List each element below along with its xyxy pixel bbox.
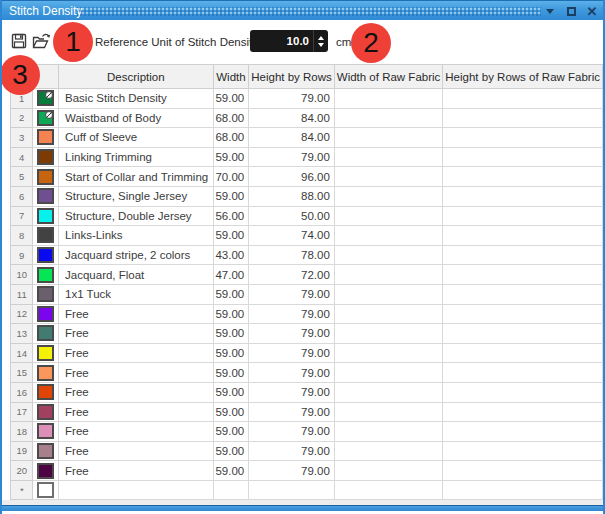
color-swatch[interactable] bbox=[37, 463, 54, 479]
row-number-cell[interactable]: 13 bbox=[11, 324, 33, 344]
height-raw-fabric-cell[interactable] bbox=[443, 206, 603, 226]
maximize-button[interactable] bbox=[564, 4, 578, 18]
color-cell[interactable] bbox=[33, 402, 59, 422]
color-swatch[interactable] bbox=[37, 384, 54, 400]
description-cell[interactable]: 1x1 Tuck bbox=[59, 284, 214, 304]
width-raw-fabric-cell[interactable] bbox=[334, 324, 443, 344]
width-cell[interactable]: 59.00 bbox=[213, 343, 249, 363]
color-swatch[interactable] bbox=[37, 325, 54, 341]
width-cell[interactable]: 59.00 bbox=[213, 422, 249, 442]
height-by-rows-cell[interactable]: 79.00 bbox=[249, 147, 335, 167]
row-number-cell[interactable]: 15 bbox=[11, 363, 33, 383]
width-cell[interactable]: 59.00 bbox=[213, 382, 249, 402]
width-raw-fabric-cell[interactable] bbox=[334, 265, 443, 285]
width-raw-fabric-cell[interactable] bbox=[334, 226, 443, 246]
width-cell[interactable]: 59.00 bbox=[213, 186, 249, 206]
color-swatch[interactable] bbox=[37, 169, 54, 185]
description-cell[interactable]: Cuff of Sleeve bbox=[59, 128, 214, 148]
description-cell[interactable]: Links-Links bbox=[59, 226, 214, 246]
width-raw-fabric-cell[interactable] bbox=[334, 363, 443, 383]
width-raw-fabric-cell[interactable] bbox=[334, 422, 443, 442]
color-cell[interactable] bbox=[33, 304, 59, 324]
color-swatch[interactable] bbox=[37, 423, 54, 439]
height-by-rows-cell[interactable]: 79.00 bbox=[249, 382, 335, 402]
spin-up-icon[interactable] bbox=[318, 36, 324, 40]
color-swatch[interactable] bbox=[37, 404, 54, 420]
color-swatch[interactable] bbox=[37, 365, 54, 381]
width-cell[interactable]: 47.00 bbox=[213, 265, 249, 285]
color-swatch[interactable] bbox=[37, 306, 54, 322]
color-cell[interactable] bbox=[33, 186, 59, 206]
width-cell[interactable]: 59.00 bbox=[213, 363, 249, 383]
width-raw-fabric-cell[interactable] bbox=[334, 461, 443, 481]
color-cell[interactable] bbox=[33, 441, 59, 461]
color-swatch[interactable] bbox=[37, 247, 54, 263]
reference-unit-input[interactable]: 10.0 bbox=[250, 30, 328, 52]
description-cell[interactable]: Waistband of Body bbox=[59, 108, 214, 128]
row-number-cell[interactable]: 19 bbox=[11, 441, 33, 461]
description-cell[interactable]: Linking Trimming bbox=[59, 147, 214, 167]
height-by-rows-cell[interactable]: 79.00 bbox=[249, 304, 335, 324]
height-raw-fabric-cell[interactable] bbox=[443, 265, 603, 285]
height-raw-fabric-cell[interactable] bbox=[443, 343, 603, 363]
color-swatch[interactable] bbox=[37, 227, 54, 243]
width-cell[interactable]: 59.00 bbox=[213, 147, 249, 167]
color-cell[interactable] bbox=[33, 226, 59, 246]
color-cell[interactable] bbox=[33, 382, 59, 402]
color-swatch[interactable] bbox=[37, 129, 54, 145]
width-raw-fabric-cell[interactable] bbox=[334, 480, 443, 500]
height-by-rows-cell[interactable]: 79.00 bbox=[249, 284, 335, 304]
color-swatch[interactable] bbox=[37, 443, 54, 459]
description-cell[interactable]: Structure, Single Jersey bbox=[59, 186, 214, 206]
row-number-cell[interactable]: * bbox=[11, 480, 33, 500]
width-raw-fabric-cell[interactable] bbox=[334, 147, 443, 167]
height-raw-fabric-cell[interactable] bbox=[443, 245, 603, 265]
width-cell[interactable]: 59.00 bbox=[213, 324, 249, 344]
description-cell[interactable]: Free bbox=[59, 441, 214, 461]
row-number-cell[interactable]: 16 bbox=[11, 382, 33, 402]
height-raw-fabric-cell[interactable] bbox=[443, 461, 603, 481]
color-cell[interactable] bbox=[33, 480, 59, 500]
title-bar[interactable]: Stitch Density ✕ bbox=[2, 0, 603, 20]
color-cell[interactable] bbox=[33, 89, 59, 109]
row-number-cell[interactable]: 6 bbox=[11, 186, 33, 206]
width-raw-fabric-cell[interactable] bbox=[334, 343, 443, 363]
description-cell[interactable]: Free bbox=[59, 382, 214, 402]
height-by-rows-cell[interactable]: 79.00 bbox=[249, 422, 335, 442]
save-button[interactable] bbox=[9, 31, 29, 51]
row-number-cell[interactable]: 20 bbox=[11, 461, 33, 481]
height-raw-fabric-cell[interactable] bbox=[443, 186, 603, 206]
description-cell[interactable]: Free bbox=[59, 363, 214, 383]
height-by-rows-cell[interactable]: 50.00 bbox=[249, 206, 335, 226]
color-cell[interactable] bbox=[33, 265, 59, 285]
row-number-cell[interactable]: 11 bbox=[11, 284, 33, 304]
color-cell[interactable] bbox=[33, 108, 59, 128]
height-by-rows-cell[interactable] bbox=[249, 480, 335, 500]
description-cell[interactable]: Free bbox=[59, 324, 214, 344]
width-cell[interactable]: 56.00 bbox=[213, 206, 249, 226]
color-swatch[interactable] bbox=[37, 345, 54, 361]
height-raw-fabric-cell[interactable] bbox=[443, 441, 603, 461]
height-raw-fabric-cell[interactable] bbox=[443, 382, 603, 402]
height-by-rows-cell[interactable]: 88.00 bbox=[249, 186, 335, 206]
width-raw-fabric-cell[interactable] bbox=[334, 89, 443, 109]
description-cell[interactable]: Jacquard stripe, 2 colors bbox=[59, 245, 214, 265]
color-swatch[interactable] bbox=[37, 267, 54, 283]
width-raw-fabric-cell[interactable] bbox=[334, 245, 443, 265]
row-number-cell[interactable]: 4 bbox=[11, 147, 33, 167]
height-by-rows-cell[interactable]: 79.00 bbox=[249, 363, 335, 383]
description-cell[interactable]: Jacquard, Float bbox=[59, 265, 214, 285]
description-cell[interactable]: Structure, Double Jersey bbox=[59, 206, 214, 226]
height-raw-fabric-cell[interactable] bbox=[443, 226, 603, 246]
width-cell[interactable]: 59.00 bbox=[213, 441, 249, 461]
pin-menu-button[interactable] bbox=[543, 4, 557, 18]
height-by-rows-cell[interactable]: 79.00 bbox=[249, 343, 335, 363]
width-cell[interactable]: 68.00 bbox=[213, 128, 249, 148]
height-by-rows-cell[interactable]: 79.00 bbox=[249, 402, 335, 422]
row-number-cell[interactable]: 17 bbox=[11, 402, 33, 422]
color-cell[interactable] bbox=[33, 167, 59, 187]
width-cell[interactable]: 68.00 bbox=[213, 108, 249, 128]
row-number-cell[interactable]: 12 bbox=[11, 304, 33, 324]
description-cell[interactable]: Start of Collar and Trimming bbox=[59, 167, 214, 187]
width-cell[interactable]: 59.00 bbox=[213, 226, 249, 246]
